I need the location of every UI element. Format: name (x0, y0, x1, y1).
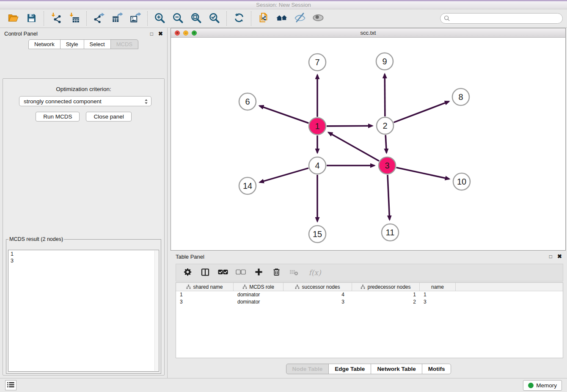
tab-select[interactable]: Select (84, 39, 111, 49)
zoom-in-button[interactable] (151, 11, 169, 27)
graph-node-8[interactable]: 8 (452, 88, 469, 105)
search-input[interactable] (440, 13, 563, 24)
svg-text:7: 7 (315, 58, 319, 67)
graph-edge-2-9[interactable] (385, 74, 385, 116)
clone-network-button[interactable] (254, 11, 272, 27)
svg-text:14: 14 (243, 181, 252, 190)
task-history-button[interactable] (5, 380, 17, 390)
column-header-mcds-role[interactable]: MCDS role (234, 283, 284, 291)
column-header-successor-nodes[interactable]: successor nodes (284, 283, 352, 291)
export-table-button[interactable] (108, 11, 126, 27)
result-scrollbar[interactable] (154, 251, 158, 371)
svg-text:10: 10 (457, 177, 466, 186)
tab-motifs[interactable]: Motifs (422, 364, 451, 374)
network-window-titlebar[interactable]: ✕ − + scc.txt (171, 28, 565, 38)
graph-node-4[interactable]: 4 (309, 157, 326, 174)
cell-shared-name[interactable]: 3 (176, 298, 234, 306)
close-panel-button[interactable]: Close panel (86, 112, 131, 121)
zoom-out-button[interactable] (169, 11, 187, 27)
table-row[interactable]: 1 dominator 4 1 1 (176, 291, 563, 298)
home-networks-button[interactable] (272, 11, 291, 27)
tab-edge-table[interactable]: Edge Table (328, 364, 371, 374)
tab-network-table[interactable]: Network Table (371, 364, 422, 374)
table-row[interactable]: 3 dominator 3 2 3 (176, 298, 563, 306)
table-settings-button[interactable] (181, 266, 194, 279)
main-toolbar (0, 9, 567, 28)
graph-edge-2-3[interactable] (385, 135, 386, 153)
graph-edge-2-8[interactable] (394, 102, 449, 123)
graph-node-10[interactable]: 10 (453, 173, 470, 190)
graph-edge-3-1[interactable] (328, 133, 379, 161)
cell-successor-nodes[interactable]: 4 (284, 291, 352, 298)
cell-predecessor-nodes[interactable]: 2 (352, 298, 420, 306)
graph-edge-1-6[interactable] (259, 106, 308, 123)
tab-node-table[interactable]: Node Table (286, 364, 329, 374)
import-network-button[interactable] (47, 11, 65, 27)
select-all-columns-button[interactable] (217, 266, 229, 279)
graph-node-2[interactable]: 2 (377, 117, 394, 134)
select-chevrons-icon (144, 99, 148, 106)
mcds-result-list[interactable]: 1 3 (8, 250, 159, 372)
create-column-button[interactable] (252, 266, 265, 279)
graph-node-6[interactable]: 6 (239, 93, 256, 110)
refresh-button[interactable] (230, 11, 248, 27)
cell-name[interactable]: 3 (420, 298, 456, 306)
deselect-all-columns-button[interactable] (234, 266, 247, 279)
hide-details-button[interactable] (291, 11, 309, 27)
tab-mcds[interactable]: MCDS (110, 39, 138, 49)
tab-style[interactable]: Style (60, 39, 84, 49)
window-minimize-icon[interactable]: − (183, 30, 188, 36)
clone-network-icon (258, 12, 269, 25)
graph-node-9[interactable]: 9 (376, 53, 393, 70)
zoom-fit-button[interactable] (187, 11, 205, 27)
show-column-panel-button[interactable] (199, 266, 212, 279)
column-header-shared-name[interactable]: shared name (176, 283, 234, 291)
float-panel-icon[interactable]: □ (549, 254, 552, 259)
graph-node-14[interactable]: 14 (239, 177, 256, 194)
window-close-icon[interactable]: ✕ (175, 30, 180, 36)
window-maximize-icon[interactable]: + (192, 30, 197, 36)
zoom-out-icon (172, 12, 184, 25)
cell-mcds-role[interactable]: dominator (234, 291, 284, 298)
cell-successor-nodes[interactable]: 3 (284, 298, 352, 306)
mcds-result-group: MCDS result (2 nodes) 1 3 (6, 236, 161, 374)
memory-button[interactable]: Memory (523, 380, 562, 391)
show-details-button[interactable] (309, 11, 327, 27)
cell-shared-name[interactable]: 1 (176, 291, 234, 298)
column-header-predecessor-nodes[interactable]: predecessor nodes (352, 283, 420, 291)
graph-edge-4-14[interactable] (260, 168, 308, 182)
float-panel-icon[interactable]: □ (150, 31, 153, 36)
network-graph[interactable]: 7968124314101511 (171, 38, 565, 250)
export-network-button[interactable] (90, 11, 108, 27)
export-image-button[interactable] (126, 11, 144, 27)
graph-node-3[interactable]: 3 (379, 157, 396, 174)
graph-edge-1-2[interactable] (327, 126, 372, 126)
graph-node-15[interactable]: 15 (309, 226, 326, 243)
optimization-criterion-label: Optimization criterion: (3, 86, 164, 92)
network-window-title: scc.txt (361, 30, 376, 36)
network-canvas[interactable]: 7968124314101511 (171, 38, 565, 250)
run-mcds-button[interactable]: Run MCDS (36, 112, 80, 121)
import-table-button[interactable] (65, 11, 83, 27)
column-header-name[interactable]: name (420, 283, 456, 291)
tab-network[interactable]: Network (28, 39, 61, 49)
graph-edge-3-10[interactable] (396, 168, 449, 179)
delete-column-button[interactable] (270, 266, 283, 279)
open-session-button[interactable] (4, 11, 22, 27)
graph-edge-3-11[interactable] (388, 175, 390, 220)
function-builder-button[interactable]: f(x) (306, 266, 324, 279)
toolbar-separator (226, 11, 227, 26)
optimization-criterion-select[interactable]: strongly connected component (19, 96, 151, 106)
save-session-button[interactable] (22, 11, 41, 27)
zoom-selected-button[interactable] (205, 11, 223, 27)
delete-table-button[interactable] (288, 266, 300, 279)
node-table[interactable]: shared name MCDS role successor nodes pr… (176, 282, 563, 358)
cell-predecessor-nodes[interactable]: 1 (352, 291, 420, 298)
cell-mcds-role[interactable]: dominator (234, 298, 284, 306)
close-panel-icon[interactable]: ✖ (158, 31, 163, 36)
close-panel-icon[interactable]: ✖ (557, 254, 562, 259)
cell-name[interactable]: 1 (420, 291, 456, 298)
graph-node-1[interactable]: 1 (309, 118, 326, 135)
graph-node-7[interactable]: 7 (309, 54, 326, 71)
graph-node-11[interactable]: 11 (382, 224, 399, 241)
